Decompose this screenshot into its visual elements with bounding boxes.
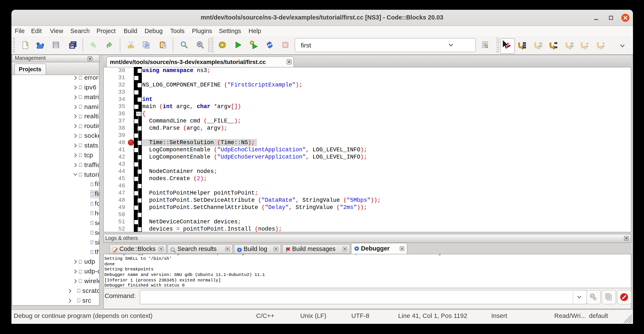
svg-text:R: R [198, 42, 201, 47]
